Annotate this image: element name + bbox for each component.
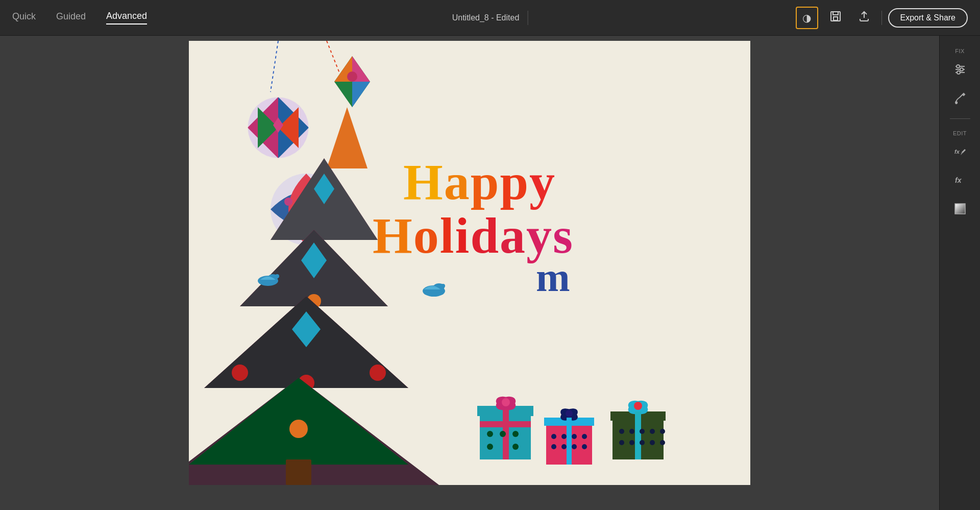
svg-point-91 (957, 65, 960, 68)
svg-point-35 (232, 365, 248, 381)
svg-point-53 (487, 431, 493, 437)
svg-point-67 (582, 434, 587, 439)
svg-point-70 (572, 444, 577, 449)
brush-button[interactable] (948, 87, 972, 111)
fx-pen-icon: fx (953, 145, 967, 161)
svg-point-55 (512, 431, 519, 437)
svg-rect-49 (480, 421, 531, 427)
svg-point-76 (634, 402, 642, 410)
svg-rect-77 (635, 411, 641, 459)
svg-rect-96 (955, 204, 965, 214)
svg-point-83 (629, 440, 634, 445)
canvas: Happy Holidays m (189, 41, 750, 485)
save-icon (829, 10, 842, 25)
svg-text:fx: fx (954, 149, 960, 155)
export-share-button[interactable]: Export & Share (888, 8, 968, 28)
svg-rect-41 (286, 459, 311, 485)
tab-advanced[interactable]: Advanced (106, 11, 147, 25)
svg-point-13 (347, 71, 357, 82)
svg-point-17 (284, 198, 292, 206)
svg-point-64 (551, 434, 556, 439)
svg-point-26 (275, 274, 279, 278)
title-divider (527, 11, 528, 25)
svg-point-29 (441, 284, 445, 288)
gradient-icon (953, 202, 967, 218)
panel-divider-1 (950, 118, 970, 119)
fx-icon: fx (953, 174, 967, 189)
svg-point-87 (660, 440, 665, 445)
svg-rect-63 (567, 418, 572, 465)
actions-divider (881, 11, 882, 25)
contrast-button[interactable]: ◑ (796, 7, 818, 29)
svg-point-62 (566, 410, 573, 417)
svg-point-57 (512, 444, 519, 450)
svg-point-78 (619, 429, 624, 434)
svg-point-71 (582, 444, 587, 449)
contrast-icon: ◑ (802, 12, 811, 24)
svg-point-81 (650, 429, 655, 434)
svg-rect-1 (833, 12, 838, 15)
svg-point-82 (619, 440, 624, 445)
svg-point-92 (960, 68, 963, 71)
fix-label: FIX (955, 48, 965, 54)
main-area: Happy Holidays m (0, 36, 980, 510)
svg-point-52 (502, 398, 510, 406)
nav-tabs: Quick Guided Advanced (12, 11, 147, 25)
svg-point-85 (650, 440, 655, 445)
svg-point-56 (487, 444, 493, 450)
svg-text:Happy: Happy (403, 154, 556, 210)
document-title: Untitled_8 - Edited (452, 13, 520, 22)
share-icon (858, 10, 870, 25)
svg-point-54 (500, 431, 506, 437)
canvas-area: Happy Holidays m (0, 36, 939, 510)
svg-text:fx: fx (955, 176, 962, 184)
fx-pen-button[interactable]: fx (948, 140, 972, 165)
edit-label: EDIT (953, 130, 967, 136)
svg-point-65 (561, 434, 567, 439)
share-button[interactable] (853, 7, 875, 29)
topbar-actions: ◑ Export & Share (796, 7, 968, 29)
sliders-button[interactable] (948, 58, 972, 83)
svg-rect-2 (834, 17, 838, 20)
svg-point-36 (370, 365, 386, 381)
svg-point-66 (572, 434, 577, 439)
svg-point-42 (289, 420, 308, 438)
brush-icon (953, 91, 967, 107)
sliders-icon (953, 63, 967, 79)
gradient-button[interactable] (948, 198, 972, 222)
title-area: Untitled_8 - Edited (452, 11, 528, 25)
tab-quick[interactable]: Quick (12, 11, 36, 24)
svg-point-86 (660, 429, 665, 434)
save-button[interactable] (824, 7, 847, 29)
svg-point-80 (640, 429, 645, 434)
right-panel: FIX EDIT (939, 36, 980, 510)
svg-point-93 (957, 71, 960, 74)
tab-guided[interactable]: Guided (56, 11, 86, 24)
svg-point-68 (551, 444, 556, 449)
svg-point-79 (629, 429, 634, 434)
svg-point-69 (561, 444, 567, 449)
svg-text:m: m (536, 255, 570, 300)
fx-button[interactable]: fx (948, 169, 972, 193)
topbar: Quick Guided Advanced Untitled_8 - Edite… (0, 0, 980, 36)
svg-point-84 (640, 440, 645, 445)
